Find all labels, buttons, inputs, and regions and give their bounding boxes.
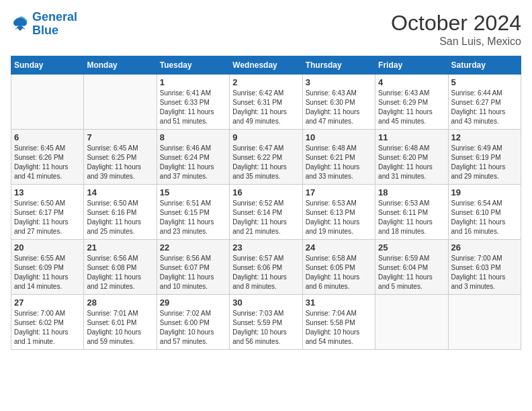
day-info: Sunrise: 6:45 AMSunset: 6:25 PMDaylight:… bbox=[87, 144, 153, 181]
calendar-cell: 15Sunrise: 6:51 AMSunset: 6:15 PMDayligh… bbox=[157, 185, 229, 240]
calendar-cell: 20Sunrise: 6:55 AMSunset: 6:09 PMDayligh… bbox=[11, 240, 84, 295]
day-number: 27 bbox=[14, 298, 81, 308]
day-info: Sunrise: 6:44 AMSunset: 6:27 PMDaylight:… bbox=[451, 89, 518, 126]
calendar-cell: 8Sunrise: 6:46 AMSunset: 6:24 PMDaylight… bbox=[157, 130, 229, 185]
header-wednesday: Wednesday bbox=[230, 56, 302, 75]
day-number: 16 bbox=[232, 187, 299, 197]
day-info: Sunrise: 6:46 AMSunset: 6:24 PMDaylight:… bbox=[160, 144, 226, 181]
calendar-cell: 7Sunrise: 6:45 AMSunset: 6:25 PMDaylight… bbox=[84, 130, 157, 185]
day-number: 1 bbox=[160, 77, 226, 87]
header-tuesday: Tuesday bbox=[157, 56, 229, 75]
calendar-table: Sunday Monday Tuesday Wednesday Thursday… bbox=[11, 56, 521, 350]
calendar-cell: 16Sunrise: 6:52 AMSunset: 6:14 PMDayligh… bbox=[230, 185, 302, 240]
day-info: Sunrise: 6:55 AMSunset: 6:09 PMDaylight:… bbox=[14, 254, 81, 291]
day-number: 25 bbox=[378, 242, 445, 253]
calendar-week-2: 6Sunrise: 6:45 AMSunset: 6:26 PMDaylight… bbox=[11, 130, 521, 185]
logo-text: General Blue bbox=[32, 11, 77, 38]
calendar-cell bbox=[375, 295, 448, 350]
calendar-week-3: 13Sunrise: 6:50 AMSunset: 6:17 PMDayligh… bbox=[11, 185, 521, 240]
day-info: Sunrise: 6:53 AMSunset: 6:11 PMDaylight:… bbox=[378, 199, 445, 236]
day-info: Sunrise: 6:43 AMSunset: 6:30 PMDaylight:… bbox=[306, 89, 372, 126]
calendar-cell: 9Sunrise: 6:47 AMSunset: 6:22 PMDaylight… bbox=[230, 130, 302, 185]
calendar-body: 1Sunrise: 6:41 AMSunset: 6:33 PMDaylight… bbox=[11, 75, 521, 350]
day-number: 22 bbox=[160, 242, 226, 253]
calendar-cell: 26Sunrise: 7:00 AMSunset: 6:03 PMDayligh… bbox=[448, 240, 521, 295]
calendar-cell: 10Sunrise: 6:48 AMSunset: 6:21 PMDayligh… bbox=[302, 130, 375, 185]
calendar-cell: 23Sunrise: 6:57 AMSunset: 6:06 PMDayligh… bbox=[230, 240, 302, 295]
day-info: Sunrise: 6:56 AMSunset: 6:08 PMDaylight:… bbox=[87, 254, 153, 291]
header-sunday: Sunday bbox=[11, 56, 84, 75]
header-saturday: Saturday bbox=[448, 56, 521, 75]
page-header: General Blue October 2024 San Luis, Mexi… bbox=[11, 11, 521, 48]
day-info: Sunrise: 6:49 AMSunset: 6:19 PMDaylight:… bbox=[451, 144, 518, 181]
calendar-cell: 31Sunrise: 7:04 AMSunset: 5:58 PMDayligh… bbox=[302, 295, 375, 350]
calendar-cell: 27Sunrise: 7:00 AMSunset: 6:02 PMDayligh… bbox=[11, 295, 84, 350]
day-number: 15 bbox=[160, 187, 226, 197]
calendar-cell bbox=[448, 295, 521, 350]
day-info: Sunrise: 6:54 AMSunset: 6:10 PMDaylight:… bbox=[451, 199, 518, 236]
calendar-cell bbox=[11, 75, 84, 130]
day-info: Sunrise: 6:50 AMSunset: 6:16 PMDaylight:… bbox=[87, 199, 153, 236]
month-title: October 2024 bbox=[391, 11, 521, 36]
calendar-cell: 17Sunrise: 6:53 AMSunset: 6:13 PMDayligh… bbox=[302, 185, 375, 240]
day-info: Sunrise: 7:03 AMSunset: 5:59 PMDaylight:… bbox=[232, 309, 299, 347]
calendar-cell: 3Sunrise: 6:43 AMSunset: 6:30 PMDaylight… bbox=[302, 75, 375, 130]
day-number: 19 bbox=[451, 187, 518, 197]
day-number: 3 bbox=[306, 77, 372, 87]
day-info: Sunrise: 6:48 AMSunset: 6:21 PMDaylight:… bbox=[306, 144, 372, 181]
day-number: 8 bbox=[160, 132, 226, 142]
calendar-cell bbox=[84, 75, 157, 130]
calendar-cell: 21Sunrise: 6:56 AMSunset: 6:08 PMDayligh… bbox=[84, 240, 157, 295]
calendar-cell: 12Sunrise: 6:49 AMSunset: 6:19 PMDayligh… bbox=[448, 130, 521, 185]
header-monday: Monday bbox=[84, 56, 157, 75]
day-number: 30 bbox=[232, 298, 299, 308]
day-number: 2 bbox=[232, 77, 299, 87]
day-info: Sunrise: 6:45 AMSunset: 6:26 PMDaylight:… bbox=[14, 144, 81, 181]
day-number: 5 bbox=[451, 77, 518, 87]
day-info: Sunrise: 6:42 AMSunset: 6:31 PMDaylight:… bbox=[232, 89, 299, 126]
calendar-week-5: 27Sunrise: 7:00 AMSunset: 6:02 PMDayligh… bbox=[11, 295, 521, 350]
header-row: Sunday Monday Tuesday Wednesday Thursday… bbox=[11, 56, 521, 75]
location-title: San Luis, Mexico bbox=[391, 36, 521, 48]
header-thursday: Thursday bbox=[302, 56, 375, 75]
day-info: Sunrise: 6:56 AMSunset: 6:07 PMDaylight:… bbox=[160, 254, 226, 291]
day-info: Sunrise: 7:00 AMSunset: 6:03 PMDaylight:… bbox=[451, 254, 518, 291]
calendar-cell: 28Sunrise: 7:01 AMSunset: 6:01 PMDayligh… bbox=[84, 295, 157, 350]
day-number: 29 bbox=[160, 298, 226, 308]
day-info: Sunrise: 6:53 AMSunset: 6:13 PMDaylight:… bbox=[306, 199, 372, 236]
day-number: 20 bbox=[14, 242, 81, 253]
day-info: Sunrise: 6:48 AMSunset: 6:20 PMDaylight:… bbox=[378, 144, 445, 181]
day-info: Sunrise: 6:57 AMSunset: 6:06 PMDaylight:… bbox=[232, 254, 299, 291]
day-number: 21 bbox=[87, 242, 153, 253]
day-info: Sunrise: 7:04 AMSunset: 5:58 PMDaylight:… bbox=[306, 309, 372, 347]
calendar-cell: 29Sunrise: 7:02 AMSunset: 6:00 PMDayligh… bbox=[157, 295, 229, 350]
logo-icon bbox=[11, 15, 30, 34]
day-number: 26 bbox=[451, 242, 518, 253]
day-number: 14 bbox=[87, 187, 153, 197]
day-number: 12 bbox=[451, 132, 518, 142]
calendar-cell: 22Sunrise: 6:56 AMSunset: 6:07 PMDayligh… bbox=[157, 240, 229, 295]
day-info: Sunrise: 6:50 AMSunset: 6:17 PMDaylight:… bbox=[14, 199, 81, 236]
calendar-cell: 1Sunrise: 6:41 AMSunset: 6:33 PMDaylight… bbox=[157, 75, 229, 130]
day-number: 23 bbox=[232, 242, 299, 253]
day-info: Sunrise: 6:41 AMSunset: 6:33 PMDaylight:… bbox=[160, 89, 226, 126]
calendar-cell: 5Sunrise: 6:44 AMSunset: 6:27 PMDaylight… bbox=[448, 75, 521, 130]
day-info: Sunrise: 7:02 AMSunset: 6:00 PMDaylight:… bbox=[160, 309, 226, 347]
day-number: 10 bbox=[306, 132, 372, 142]
calendar-cell: 13Sunrise: 6:50 AMSunset: 6:17 PMDayligh… bbox=[11, 185, 84, 240]
day-info: Sunrise: 6:51 AMSunset: 6:15 PMDaylight:… bbox=[160, 199, 226, 236]
calendar-cell: 6Sunrise: 6:45 AMSunset: 6:26 PMDaylight… bbox=[11, 130, 84, 185]
day-info: Sunrise: 6:52 AMSunset: 6:14 PMDaylight:… bbox=[232, 199, 299, 236]
calendar-header: Sunday Monday Tuesday Wednesday Thursday… bbox=[11, 56, 521, 75]
day-number: 11 bbox=[378, 132, 445, 142]
calendar-cell: 11Sunrise: 6:48 AMSunset: 6:20 PMDayligh… bbox=[375, 130, 448, 185]
day-number: 28 bbox=[87, 298, 153, 308]
calendar-cell: 4Sunrise: 6:43 AMSunset: 6:29 PMDaylight… bbox=[375, 75, 448, 130]
header-friday: Friday bbox=[375, 56, 448, 75]
calendar-week-1: 1Sunrise: 6:41 AMSunset: 6:33 PMDaylight… bbox=[11, 75, 521, 130]
day-info: Sunrise: 7:01 AMSunset: 6:01 PMDaylight:… bbox=[87, 309, 153, 347]
day-number: 31 bbox=[306, 298, 372, 308]
title-block: October 2024 San Luis, Mexico bbox=[391, 11, 521, 48]
day-info: Sunrise: 6:58 AMSunset: 6:05 PMDaylight:… bbox=[306, 254, 372, 291]
calendar-week-4: 20Sunrise: 6:55 AMSunset: 6:09 PMDayligh… bbox=[11, 240, 521, 295]
